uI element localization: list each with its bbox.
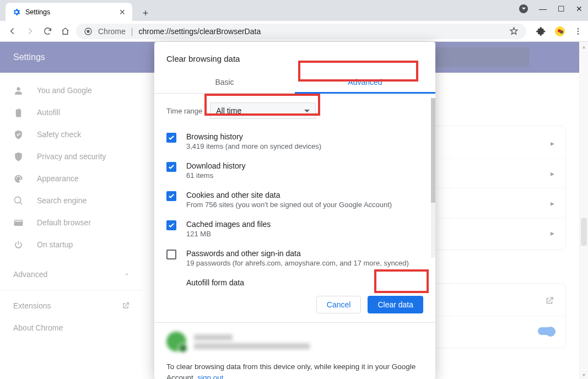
option-cookies[interactable]: Cookies and other site dataFrom 756 site… xyxy=(166,187,423,216)
option-title: Cached images and files xyxy=(186,220,271,229)
forward-button[interactable] xyxy=(23,25,36,38)
extensions-icon[interactable] xyxy=(536,26,546,36)
dialog-scrollbar[interactable] xyxy=(431,98,435,258)
sign-out-link[interactable]: sign out xyxy=(197,373,223,379)
option-subtitle: 19 passwords (for ahrefs.com, amoyshare.… xyxy=(186,259,409,267)
svg-point-4 xyxy=(578,33,579,35)
time-range-value: All time xyxy=(216,106,241,115)
option-browsing-history[interactable]: Browsing history3,419 items (and more on… xyxy=(166,129,423,158)
svg-point-1 xyxy=(87,30,89,33)
dialog-body: Time range All time Browsing history3,41… xyxy=(154,94,435,290)
clear-data-dialog: Clear browsing data Basic Advanced Time … xyxy=(154,42,435,379)
window-minimize-button[interactable]: — xyxy=(539,4,547,13)
option-title: Cookies and other site data xyxy=(186,191,392,199)
account-avatar xyxy=(166,332,186,351)
option-title: Passwords and other sign-in data xyxy=(186,249,409,258)
tab-close-icon[interactable]: ✕ xyxy=(119,8,126,17)
menu-dots-icon[interactable] xyxy=(574,27,582,36)
chevron-down-icon xyxy=(304,110,310,112)
cancel-button[interactable]: Cancel xyxy=(316,296,362,313)
tab-advanced[interactable]: Advanced xyxy=(295,71,435,93)
profile-icon[interactable] xyxy=(519,4,528,13)
option-subtitle: 3,419 items (and more on synced devices) xyxy=(186,142,321,150)
address-bar[interactable]: Chrome | chrome://settings/clearBrowserD… xyxy=(76,24,526,39)
scrollbar-thumb[interactable] xyxy=(431,98,435,203)
window-close-button[interactable]: ✕ xyxy=(576,4,582,13)
option-title: Browsing history xyxy=(186,132,321,141)
gear-icon xyxy=(12,8,21,17)
browser-titlebar: Settings ✕ + — ☐ ✕ xyxy=(0,0,588,21)
account-info-blurred xyxy=(194,334,310,349)
home-button[interactable] xyxy=(58,25,72,38)
checkbox-checked[interactable] xyxy=(166,133,176,143)
browser-tab[interactable]: Settings ✕ xyxy=(6,3,132,21)
extension-badge-icon[interactable] xyxy=(555,26,565,36)
checkbox-checked[interactable] xyxy=(166,162,176,172)
back-button[interactable] xyxy=(6,25,19,38)
option-title: Download history xyxy=(186,161,245,170)
omnibox-scheme: Chrome xyxy=(98,27,126,36)
dialog-title: Clear browsing data xyxy=(154,42,435,71)
checkbox-checked[interactable] xyxy=(166,191,176,201)
clear-data-button[interactable]: Clear data xyxy=(368,296,423,313)
option-subtitle: 121 MB xyxy=(186,230,271,238)
tab-title: Settings xyxy=(25,8,50,16)
dialog-actions: Cancel Clear data xyxy=(154,290,435,322)
option-autofill[interactable]: Autofill form data xyxy=(166,275,423,288)
window-maximize-button[interactable]: ☐ xyxy=(558,4,565,13)
option-passwords[interactable]: Passwords and other sign-in data19 passw… xyxy=(166,246,423,275)
checkbox-unchecked[interactable] xyxy=(166,250,176,259)
dialog-tabs: Basic Advanced xyxy=(154,71,435,94)
bookmark-star-icon[interactable] xyxy=(509,26,519,36)
tab-basic[interactable]: Basic xyxy=(154,71,295,93)
omnibox-url: chrome://settings/clearBrowserData xyxy=(138,27,261,36)
new-tab-button[interactable]: + xyxy=(138,6,153,21)
site-info-icon xyxy=(84,27,93,36)
option-download-history[interactable]: Download history61 items xyxy=(166,158,423,187)
svg-point-3 xyxy=(578,30,579,32)
option-title: Autofill form data xyxy=(186,278,244,287)
option-cached[interactable]: Cached images and files121 MB xyxy=(166,216,423,246)
option-subtitle: 61 items xyxy=(186,171,245,180)
svg-point-2 xyxy=(578,28,579,30)
dialog-footer: To clear browsing data from this device … xyxy=(154,322,435,379)
time-range-label: Time range xyxy=(166,107,202,115)
browser-toolbar: Chrome | chrome://settings/clearBrowserD… xyxy=(0,21,588,42)
reload-button[interactable] xyxy=(41,25,54,38)
checkbox-checked[interactable] xyxy=(166,220,176,230)
time-range-select[interactable]: All time xyxy=(210,102,316,119)
option-subtitle: From 756 sites (you won't be signed out … xyxy=(186,201,392,209)
